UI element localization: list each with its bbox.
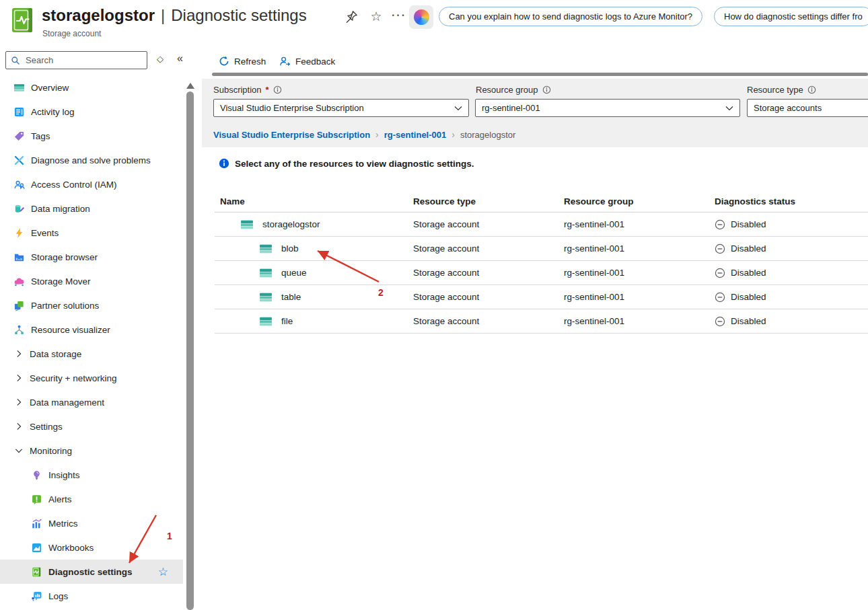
table-header-row: NameResource typeResource groupDiagnosti… [215, 190, 868, 213]
resource-group-value: rg-sentinel-001 [482, 103, 540, 113]
subscription-dropdown[interactable]: Visual Studio Enterprise Subscription [213, 99, 469, 117]
sidebar-item-tags[interactable]: Tags [0, 124, 183, 148]
sidebar-item-data-management[interactable]: Data management [0, 390, 183, 414]
diagnostics-status-cell: Disabled [715, 316, 868, 327]
info-icon[interactable] [273, 85, 282, 94]
sidebar-item-logs[interactable]: Logs [0, 584, 183, 608]
feedback-button[interactable]: Feedback [279, 54, 335, 69]
column-header-name[interactable]: Name [215, 196, 413, 206]
pin-icon[interactable] [344, 9, 359, 24]
feedback-icon [279, 56, 291, 67]
storage-account-icon [259, 291, 273, 304]
disabled-icon [715, 219, 725, 230]
sidebar-item-diagnostic-settings[interactable]: Diagnostic settings☆ [0, 560, 183, 584]
column-header-resource-type[interactable]: Resource type [413, 196, 564, 206]
more-options-icon[interactable]: ··· [392, 9, 406, 24]
sidebar-item-label: Tags [31, 131, 50, 141]
table-row-queue[interactable]: queueStorage accountrg-sentinel-001Disab… [215, 261, 868, 285]
table-body: storagelogstorStorage accountrg-sentinel… [215, 213, 868, 334]
sidebar-item-diagnose-and-solve-problems[interactable]: Diagnose and solve problems [0, 148, 183, 172]
sidebar-scrollbar[interactable] [186, 91, 194, 610]
sidebar-item-insights[interactable]: Insights [0, 463, 183, 487]
resource-type-subtitle: Storage account [42, 29, 101, 38]
sidebar-item-partner-solutions[interactable]: Partner solutions [0, 293, 183, 317]
chevron-down-icon [14, 446, 24, 455]
collapse-sidebar-icon[interactable]: « [177, 52, 183, 65]
copilot-icon[interactable] [409, 5, 433, 29]
sidebar-item-resource-visualizer[interactable]: Resource visualizer [0, 317, 183, 342]
breadcrumb-item-rg-sentinel-001[interactable]: rg-sentinel-001 [384, 130, 446, 140]
info-icon[interactable] [542, 85, 551, 94]
table-row-storagelogstor[interactable]: storagelogstorStorage accountrg-sentinel… [215, 213, 868, 237]
title-divider: | [161, 6, 165, 24]
storage-mover-icon [13, 276, 25, 287]
sidebar-item-label: Security + networking [30, 373, 116, 383]
resource-type-dropdown[interactable]: Storage accounts [747, 99, 868, 117]
sidebar-item-storage-browser[interactable]: Storage browser [0, 245, 183, 269]
sidebar-item-data-storage[interactable]: Data storage [0, 342, 183, 366]
sidebar-item-activity-log[interactable]: Activity log [0, 100, 183, 124]
copilot-suggestion-chip[interactable]: Can you explain how to send diagnostic l… [439, 7, 702, 26]
sidebar-item-storage-mover[interactable]: Storage Mover [0, 269, 183, 293]
sidebar-item-overview[interactable]: Overview [0, 75, 183, 100]
search-input[interactable] [24, 54, 142, 66]
sidebar-menu: OverviewActivity logTagsDiagnose and sol… [0, 75, 183, 608]
resource-name: storagelogstor [42, 6, 155, 24]
resource-type-label: Resource type [747, 85, 816, 95]
pin-toggle-icon[interactable]: ◇ [157, 54, 164, 64]
alerts-icon [31, 494, 42, 505]
storage-icon [13, 82, 25, 93]
sidebar-item-alerts[interactable]: Alerts [0, 487, 183, 511]
resource-group-cell: rg-sentinel-001 [564, 268, 715, 278]
table-row-table[interactable]: tableStorage accountrg-sentinel-001Disab… [215, 285, 868, 309]
chevron-right-icon [14, 373, 24, 383]
page-title: storagelogstor|Diagnostic settings [42, 6, 307, 25]
sidebar-item-label: Overview [31, 83, 69, 93]
sidebar-item-label: Activity log [31, 107, 75, 117]
table-row-blob[interactable]: blobStorage accountrg-sentinel-001Disabl… [215, 237, 868, 261]
chevron-down-icon [454, 106, 462, 111]
sidebar-item-access-control-iam[interactable]: Access Control (IAM) [0, 172, 183, 196]
resource-name: table [281, 292, 301, 302]
resource-name: blob [281, 243, 299, 254]
subscription-label: Subscription * [213, 85, 282, 95]
diagnostics-status-cell: Disabled [715, 268, 868, 278]
resource-type-cell: Storage account [413, 219, 564, 229]
resource-type-cell: Storage account [413, 243, 564, 254]
sidebar-item-label: Data migration [31, 204, 90, 214]
resource-group-label-text: Resource group [476, 85, 538, 95]
resource-group-dropdown[interactable]: rg-sentinel-001 [475, 99, 740, 117]
info-icon[interactable] [807, 85, 816, 94]
sidebar-item-label: Monitoring [30, 446, 72, 456]
column-header-resource-group[interactable]: Resource group [564, 196, 715, 206]
sidebar-search[interactable] [5, 51, 147, 69]
resource-name-cell: queue [215, 266, 413, 280]
events-icon [13, 227, 25, 239]
sidebar-item-data-migration[interactable]: Data migration [0, 196, 183, 221]
filter-panel: Subscription * Resource group Resource t… [202, 79, 868, 147]
horizontal-scrollbar[interactable] [212, 73, 868, 76]
disabled-icon [715, 316, 725, 327]
diagnostics-status-cell: Disabled [715, 243, 868, 254]
star-icon[interactable]: ☆ [369, 9, 384, 24]
sidebar-item-monitoring[interactable]: Monitoring [0, 439, 183, 463]
status-text: Disabled [731, 268, 766, 278]
copilot-logo [414, 9, 429, 25]
insights-icon [31, 469, 42, 481]
diagnostics-status-cell: Disabled [715, 292, 868, 303]
sidebar-item-events[interactable]: Events [0, 221, 183, 245]
sidebar-item-settings[interactable]: Settings [0, 414, 183, 439]
sidebar-item-workbooks[interactable]: Workbooks [0, 535, 183, 560]
refresh-button[interactable]: Refresh [219, 54, 266, 69]
sidebar-item-metrics[interactable]: Metrics [0, 511, 183, 535]
resource-type-label-text: Resource type [747, 85, 803, 95]
sidebar-scroll-up-icon[interactable] [186, 83, 194, 89]
breadcrumb-item-visual-studio-enterprise-subscription[interactable]: Visual Studio Enterprise Subscription [213, 130, 370, 140]
sidebar-item-label: Diagnose and solve problems [31, 155, 151, 165]
copilot-suggestion-chip[interactable]: How do diagnostic settings differ fro [714, 7, 868, 26]
column-header-diagnostics-status[interactable]: Diagnostics status [715, 196, 868, 206]
table-row-file[interactable]: fileStorage accountrg-sentinel-001Disabl… [215, 309, 868, 334]
resource-type-value: Storage accounts [754, 103, 822, 113]
sidebar-item-security-networking[interactable]: Security + networking [0, 366, 183, 390]
favorite-star-icon[interactable]: ☆ [158, 565, 168, 579]
